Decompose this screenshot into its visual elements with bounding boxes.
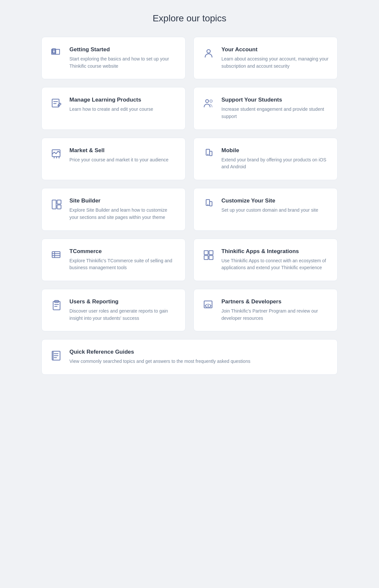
card-desc-your-account: Learn about accessing your account, mana…: [221, 56, 329, 70]
card-title-thinkific-apps: Thinkific Apps & Integrations: [221, 248, 329, 255]
card-content-support-your-students: Support Your Students Increase student e…: [221, 97, 329, 120]
card-market-and-sell[interactable]: Market & Sell Price your course and mark…: [41, 138, 186, 180]
svg-rect-15: [210, 151, 212, 156]
card-desc-customize-your-site: Set up your custom domain and brand your…: [221, 207, 329, 214]
svg-rect-29: [204, 255, 208, 259]
card-site-builder[interactable]: Site Builder Explore Site Builder and le…: [41, 188, 186, 230]
topics-grid: Getting Started Start exploring the basi…: [41, 37, 338, 375]
card-desc-quick-reference: View commonly searched topics and get an…: [69, 358, 329, 365]
mobile-icon: [202, 147, 215, 161]
svg-point-8: [206, 100, 209, 103]
card-content-partners-developers: Partners & Developers Join Thinkific's P…: [221, 298, 329, 322]
card-title-tcommerce: TCommerce: [69, 248, 177, 255]
card-title-customize-your-site: Customize Your Site: [221, 198, 329, 204]
card-title-mobile: Mobile: [221, 147, 329, 154]
svg-point-4: [207, 50, 211, 53]
clipboard-icon: [50, 298, 63, 312]
svg-rect-27: [204, 250, 208, 254]
card-partners-developers[interactable]: Partners & Developers Join Thinkific's P…: [193, 289, 338, 331]
card-desc-site-builder: Explore Site Builder and learn how to cu…: [69, 207, 177, 221]
card-content-market-and-sell: Market & Sell Price your course and mark…: [69, 147, 177, 164]
card-title-partners-developers: Partners & Developers: [221, 298, 329, 305]
card-support-your-students[interactable]: Support Your Students Increase student e…: [193, 87, 338, 129]
card-title-market-and-sell: Market & Sell: [69, 147, 177, 154]
svg-rect-19: [57, 205, 61, 209]
card-manage-learning-products[interactable]: Manage Learning Products Learn how to cr…: [41, 87, 186, 129]
card-content-your-account: Your Account Learn about accessing your …: [221, 46, 329, 70]
card-content-getting-started: Getting Started Start exploring the basi…: [69, 46, 177, 70]
card-content-tcommerce: TCommerce Explore Thinkific's TCommerce …: [69, 248, 177, 271]
card-desc-support-your-students: Increase student engagement and provide …: [221, 106, 329, 120]
card-title-quick-reference: Quick Reference Guides: [69, 349, 329, 355]
book-icon: [50, 46, 63, 60]
svg-rect-21: [210, 201, 212, 206]
card-desc-thinkific-apps: Use Thinkific Apps to connect with an ec…: [221, 257, 329, 271]
card-desc-users-reporting: Discover user roles and generate reports…: [69, 308, 177, 322]
card-content-mobile: Mobile Extend your brand by offering you…: [221, 147, 329, 171]
svg-rect-23: [52, 251, 60, 257]
card-title-support-your-students: Support Your Students: [221, 97, 329, 103]
card-getting-started[interactable]: Getting Started Start exploring the basi…: [41, 37, 186, 79]
card-title-site-builder: Site Builder: [69, 198, 177, 204]
card-desc-getting-started: Start exploring the basics and how to se…: [69, 56, 177, 70]
mobile2-icon: [202, 198, 215, 211]
card-content-manage-learning-products: Manage Learning Products Learn how to cr…: [69, 97, 177, 113]
grid-icon: [202, 248, 215, 262]
chart-icon: [50, 147, 63, 161]
layout-icon: [50, 198, 63, 211]
card-quick-reference[interactable]: Quick Reference Guides View commonly sea…: [41, 339, 338, 375]
card-desc-mobile: Extend your brand by offering your produ…: [221, 156, 329, 171]
card-desc-partners-developers: Join Thinkific's Partner Program and rev…: [221, 308, 329, 322]
group-icon: [202, 97, 215, 110]
card-content-users-reporting: Users & Reporting Discover user roles an…: [69, 298, 177, 322]
page-title: Explore our topics: [7, 13, 372, 24]
card-desc-tcommerce: Explore Thinkific's TCommerce suite of s…: [69, 257, 177, 271]
card-content-thinkific-apps: Thinkific Apps & Integrations Use Thinki…: [221, 248, 329, 271]
card-desc-market-and-sell: Price your course and market it to your …: [69, 156, 177, 164]
card-tcommerce[interactable]: TCommerce Explore Thinkific's TCommerce …: [41, 239, 186, 281]
svg-point-9: [210, 100, 213, 103]
card-content-customize-your-site: Customize Your Site Set up your custom d…: [221, 198, 329, 214]
card-thinkific-apps[interactable]: Thinkific Apps & Integrations Use Thinki…: [193, 239, 338, 281]
card-content-site-builder: Site Builder Explore Site Builder and le…: [69, 198, 177, 221]
card-title-manage-learning-products: Manage Learning Products: [69, 97, 177, 103]
svg-rect-17: [52, 200, 56, 209]
svg-rect-18: [57, 200, 61, 204]
edit-icon: [50, 97, 63, 110]
tcommerce-icon: [50, 248, 63, 262]
code-icon: [202, 298, 215, 312]
svg-rect-30: [209, 255, 213, 259]
card-content-quick-reference: Quick Reference Guides View commonly sea…: [69, 349, 329, 365]
card-title-getting-started: Getting Started: [69, 46, 177, 53]
svg-rect-28: [209, 250, 213, 254]
list-icon: [50, 349, 63, 363]
card-users-reporting[interactable]: Users & Reporting Discover user roles an…: [41, 289, 186, 331]
card-desc-manage-learning-products: Learn how to create and edit your course: [69, 106, 177, 113]
card-mobile[interactable]: Mobile Extend your brand by offering you…: [193, 138, 338, 180]
card-customize-your-site[interactable]: Customize Your Site Set up your custom d…: [193, 188, 338, 230]
card-your-account[interactable]: Your Account Learn about accessing your …: [193, 37, 338, 79]
card-title-your-account: Your Account: [221, 46, 329, 53]
person-icon: [202, 46, 215, 60]
card-title-users-reporting: Users & Reporting: [69, 298, 177, 305]
